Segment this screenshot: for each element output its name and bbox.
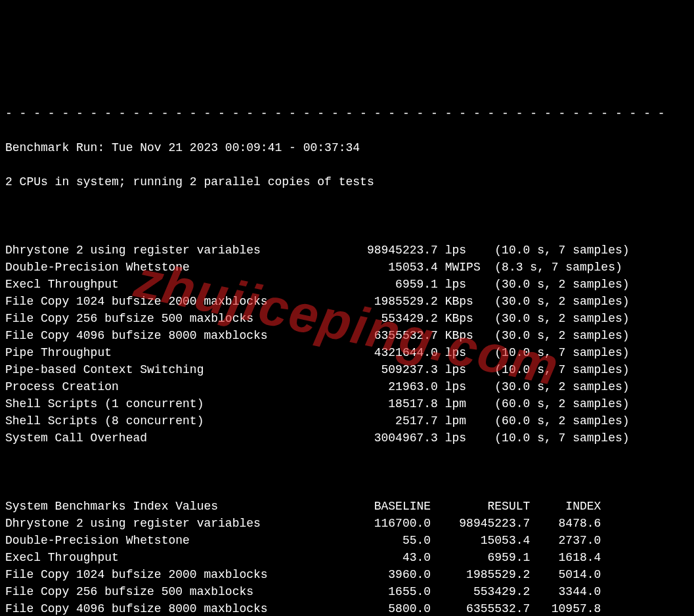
benchmark-row: File Copy 1024 bufsize 2000 maxblocks 19… [5,293,689,310]
benchmark-run-line: Benchmark Run: Tue Nov 21 2023 00:09:41 … [5,139,689,156]
benchmark-row: Dhrystone 2 using register variables 989… [5,242,689,259]
index-row: File Copy 256 bufsize 500 maxblocks 1655… [5,583,689,600]
benchmark-row: Shell Scripts (8 concurrent) 2517.7 lpm … [5,412,689,429]
benchmark-row: Shell Scripts (1 concurrent) 18517.8 lpm… [5,395,689,412]
benchmark-row: Execl Throughput 6959.1 lps (30.0 s, 2 s… [5,276,689,293]
index-values-block: System Benchmarks Index Values BASELINE … [5,498,689,616]
index-row: Dhrystone 2 using register variables 116… [5,515,689,532]
benchmark-row: Double-Precision Whetstone 15053.4 MWIPS… [5,259,689,276]
blank-line [5,208,689,225]
benchmark-results-block: Dhrystone 2 using register variables 989… [5,242,689,447]
benchmark-row: Pipe Throughput 4321644.0 lps (10.0 s, 7… [5,344,689,361]
benchmark-row: Process Creation 21963.0 lps (30.0 s, 2 … [5,378,689,395]
cpu-info-line: 2 CPUs in system; running 2 parallel cop… [5,173,689,190]
benchmark-row: Pipe-based Context Switching 509237.3 lp… [5,361,689,378]
blank-line [5,464,689,481]
index-row: File Copy 4096 bufsize 8000 maxblocks 58… [5,600,689,616]
terminal-output: - - - - - - - - - - - - - - - - - - - - … [0,85,694,616]
benchmark-row: System Call Overhead 3004967.3 lps (10.0… [5,429,689,447]
index-row: Double-Precision Whetstone 55.0 15053.4 … [5,532,689,549]
benchmark-row: File Copy 256 bufsize 500 maxblocks 5534… [5,310,689,327]
index-header-row: System Benchmarks Index Values BASELINE … [5,498,689,515]
index-row: File Copy 1024 bufsize 2000 maxblocks 39… [5,566,689,583]
index-row: Execl Throughput 43.0 6959.1 1618.4 [5,549,689,566]
divider-dashes: - - - - - - - - - - - - - - - - - - - - … [5,105,689,122]
benchmark-row: File Copy 4096 bufsize 8000 maxblocks 63… [5,327,689,344]
